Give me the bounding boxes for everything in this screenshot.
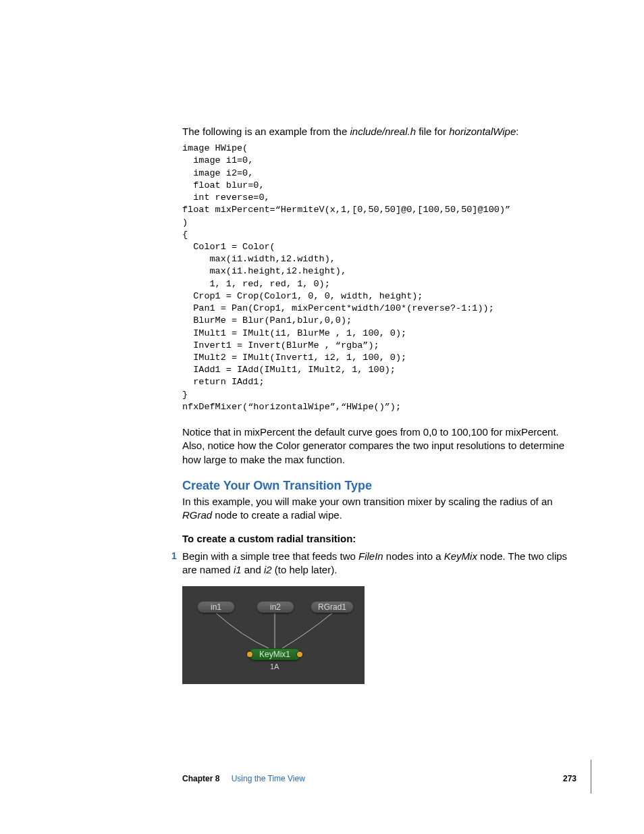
step-italic: FileIn [358,550,383,562]
intro-file: include/nreal.h [350,126,416,137]
section-body-before: In this example, you will make your own … [182,496,553,507]
notice-paragraph: Notice that in mixPercent the default cu… [182,425,576,467]
node-label-text: in1 [211,602,221,613]
knob-icon [247,652,252,657]
node-in1: in1 [197,601,235,613]
step-italic: KeyMix [444,550,477,562]
node-label-text: RGrad1 [318,602,346,613]
step-italic: i1 [234,564,242,575]
step-frag: (to help later). [272,564,338,575]
step-frag: Begin with a simple tree that feeds two [182,550,358,562]
step-frag: and [242,564,264,575]
intro-paragraph: The following is an example from the inc… [182,125,576,138]
node-in2: in2 [257,601,294,613]
section-body-italic: RGrad [182,509,212,521]
footer-title: Using the Time View [232,774,305,783]
node-sublabel: 1A [270,662,279,672]
code-block: image HWipe( image i1=0, image i2=0, flo… [182,142,576,413]
node-rgrad: RGrad1 [311,601,354,613]
section-body: In this example, you will make your own … [182,495,576,523]
step-italic: i2 [264,564,272,575]
section-body-after: node to create a radial wipe. [212,509,342,521]
intro-name: horizontalWipe [449,126,516,137]
step-number: 1 [171,550,182,563]
node-keymix: KeyMix1 [248,648,301,660]
intro-prefix: The following is an example from the [182,126,350,137]
footer-rule [591,760,591,793]
step-heading: To create a custom radial transition: [182,532,576,546]
step-1: 1 Begin with a simple tree that feeds tw… [182,550,576,577]
step-text: Begin with a simple tree that feeds two … [182,550,576,577]
page-footer: Chapter 8 Using the Time View 273 [182,773,576,784]
intro-suffix: : [516,126,518,137]
footer-page-number: 273 [563,773,576,784]
step-frag: nodes into a [383,550,444,562]
intro-mid: file for [416,126,449,137]
node-tree-figure: in1 in2 RGrad1 KeyMix1 1A [182,586,365,684]
section-heading: Create Your Own Transition Type [182,477,576,494]
footer-chapter: Chapter 8 [182,774,219,783]
node-label-text: KeyMix1 [259,649,290,660]
node-label-text: in2 [270,602,281,613]
